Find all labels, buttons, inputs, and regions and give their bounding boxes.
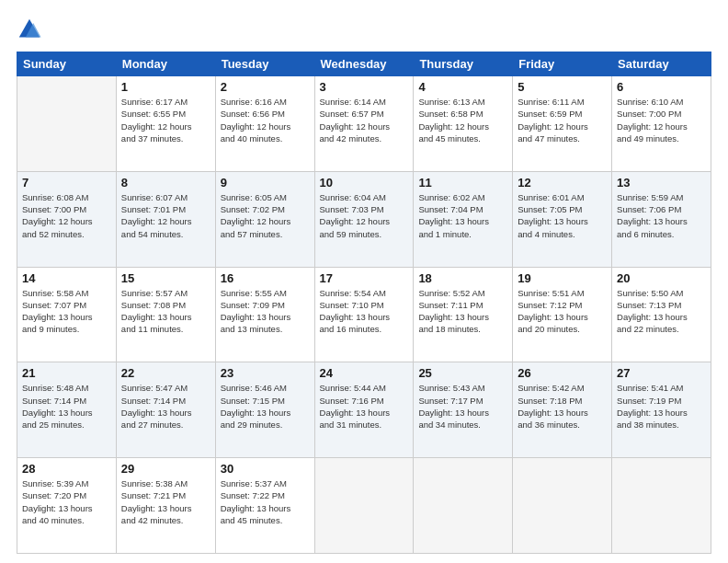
- day-number: 22: [121, 366, 210, 380]
- day-number: 10: [320, 176, 409, 190]
- weekday-header-friday: Friday: [513, 52, 612, 76]
- day-number: 17: [320, 271, 409, 285]
- calendar-day-cell: 22Sunrise: 5:47 AM Sunset: 7:14 PM Dayli…: [116, 362, 215, 458]
- day-number: 9: [221, 176, 310, 190]
- day-info: Sunrise: 6:14 AM Sunset: 6:57 PM Dayligh…: [320, 96, 409, 144]
- weekday-header-saturday: Saturday: [612, 52, 711, 76]
- logo-icon: [17, 17, 42, 42]
- calendar-day-cell: 21Sunrise: 5:48 AM Sunset: 7:14 PM Dayli…: [17, 362, 117, 458]
- day-info: Sunrise: 5:57 AM Sunset: 7:08 PM Dayligh…: [121, 287, 210, 336]
- calendar-day-cell: 29Sunrise: 5:38 AM Sunset: 7:21 PM Dayli…: [116, 458, 215, 554]
- day-info: Sunrise: 6:07 AM Sunset: 7:01 PM Dayligh…: [121, 191, 210, 240]
- day-info: Sunrise: 5:52 AM Sunset: 7:11 PM Dayligh…: [418, 287, 507, 336]
- day-number: 21: [22, 366, 111, 380]
- calendar-day-cell: 20Sunrise: 5:50 AM Sunset: 7:13 PM Dayli…: [612, 267, 711, 362]
- day-info: Sunrise: 6:01 AM Sunset: 7:05 PM Dayligh…: [518, 191, 607, 240]
- day-info: Sunrise: 5:47 AM Sunset: 7:14 PM Dayligh…: [121, 382, 210, 431]
- day-info: Sunrise: 5:41 AM Sunset: 7:19 PM Dayligh…: [617, 382, 706, 431]
- weekday-header-row: SundayMondayTuesdayWednesdayThursdayFrid…: [17, 52, 711, 76]
- day-info: Sunrise: 5:39 AM Sunset: 7:20 PM Dayligh…: [22, 477, 111, 526]
- day-number: 13: [617, 176, 706, 190]
- day-info: Sunrise: 6:04 AM Sunset: 7:03 PM Dayligh…: [320, 191, 409, 240]
- calendar-day-cell: 13Sunrise: 5:59 AM Sunset: 7:06 PM Dayli…: [612, 171, 711, 267]
- day-number: 28: [22, 462, 111, 476]
- calendar-table: SundayMondayTuesdayWednesdayThursdayFrid…: [17, 52, 711, 554]
- weekday-header-tuesday: Tuesday: [215, 52, 314, 76]
- day-info: Sunrise: 5:46 AM Sunset: 7:15 PM Dayligh…: [221, 382, 310, 431]
- day-info: Sunrise: 5:37 AM Sunset: 7:22 PM Dayligh…: [221, 477, 310, 526]
- calendar-day-cell: 3Sunrise: 6:14 AM Sunset: 6:57 PM Daylig…: [314, 76, 414, 172]
- day-number: 24: [320, 366, 409, 380]
- day-number: 8: [121, 176, 210, 190]
- calendar-day-cell: [612, 458, 711, 554]
- day-number: 19: [518, 271, 607, 285]
- day-number: 18: [418, 271, 507, 285]
- day-info: Sunrise: 5:54 AM Sunset: 7:10 PM Dayligh…: [320, 287, 409, 336]
- weekday-header-wednesday: Wednesday: [314, 52, 414, 76]
- logo: [17, 17, 46, 42]
- day-info: Sunrise: 5:55 AM Sunset: 7:09 PM Dayligh…: [221, 287, 310, 336]
- weekday-header-thursday: Thursday: [414, 52, 513, 76]
- day-info: Sunrise: 6:11 AM Sunset: 6:59 PM Dayligh…: [518, 96, 607, 144]
- day-number: 1: [121, 80, 210, 94]
- day-info: Sunrise: 5:58 AM Sunset: 7:07 PM Dayligh…: [22, 287, 111, 336]
- day-info: Sunrise: 5:43 AM Sunset: 7:17 PM Dayligh…: [418, 382, 507, 431]
- calendar-week-row: 1Sunrise: 6:17 AM Sunset: 6:55 PM Daylig…: [17, 76, 711, 172]
- calendar-week-row: 21Sunrise: 5:48 AM Sunset: 7:14 PM Dayli…: [17, 362, 711, 458]
- day-number: 20: [617, 271, 706, 285]
- day-number: 16: [221, 271, 310, 285]
- calendar-day-cell: 19Sunrise: 5:51 AM Sunset: 7:12 PM Dayli…: [513, 267, 612, 362]
- weekday-header-sunday: Sunday: [17, 52, 117, 76]
- day-number: 25: [418, 366, 507, 380]
- calendar-day-cell: 10Sunrise: 6:04 AM Sunset: 7:03 PM Dayli…: [314, 171, 414, 267]
- day-number: 14: [22, 271, 111, 285]
- day-info: Sunrise: 6:17 AM Sunset: 6:55 PM Dayligh…: [121, 96, 210, 144]
- calendar-day-cell: 7Sunrise: 6:08 AM Sunset: 7:00 PM Daylig…: [17, 171, 117, 267]
- calendar-day-cell: [414, 458, 513, 554]
- day-number: 5: [518, 80, 607, 94]
- day-number: 30: [221, 462, 310, 476]
- day-info: Sunrise: 5:38 AM Sunset: 7:21 PM Dayligh…: [121, 477, 210, 526]
- calendar-day-cell: 9Sunrise: 6:05 AM Sunset: 7:02 PM Daylig…: [215, 171, 314, 267]
- day-number: 23: [221, 366, 310, 380]
- calendar-day-cell: 17Sunrise: 5:54 AM Sunset: 7:10 PM Dayli…: [314, 267, 414, 362]
- day-info: Sunrise: 5:44 AM Sunset: 7:16 PM Dayligh…: [320, 382, 409, 431]
- calendar-day-cell: 5Sunrise: 6:11 AM Sunset: 6:59 PM Daylig…: [513, 76, 612, 172]
- calendar-day-cell: 28Sunrise: 5:39 AM Sunset: 7:20 PM Dayli…: [17, 458, 117, 554]
- calendar-day-cell: 1Sunrise: 6:17 AM Sunset: 6:55 PM Daylig…: [116, 76, 215, 172]
- day-number: 26: [518, 366, 607, 380]
- day-info: Sunrise: 6:13 AM Sunset: 6:58 PM Dayligh…: [418, 96, 507, 144]
- day-number: 27: [617, 366, 706, 380]
- day-number: 2: [221, 80, 310, 94]
- calendar-day-cell: 25Sunrise: 5:43 AM Sunset: 7:17 PM Dayli…: [414, 362, 513, 458]
- calendar-day-cell: [513, 458, 612, 554]
- calendar-day-cell: 27Sunrise: 5:41 AM Sunset: 7:19 PM Dayli…: [612, 362, 711, 458]
- calendar-week-row: 28Sunrise: 5:39 AM Sunset: 7:20 PM Dayli…: [17, 458, 711, 554]
- day-info: Sunrise: 5:50 AM Sunset: 7:13 PM Dayligh…: [617, 287, 706, 336]
- calendar-day-cell: 26Sunrise: 5:42 AM Sunset: 7:18 PM Dayli…: [513, 362, 612, 458]
- day-number: 29: [121, 462, 210, 476]
- day-info: Sunrise: 6:08 AM Sunset: 7:00 PM Dayligh…: [22, 191, 111, 240]
- calendar-day-cell: [314, 458, 414, 554]
- calendar-day-cell: 6Sunrise: 6:10 AM Sunset: 7:00 PM Daylig…: [612, 76, 711, 172]
- day-number: 7: [22, 176, 111, 190]
- day-number: 11: [418, 176, 507, 190]
- day-number: 15: [121, 271, 210, 285]
- weekday-header-monday: Monday: [116, 52, 215, 76]
- calendar-day-cell: 4Sunrise: 6:13 AM Sunset: 6:58 PM Daylig…: [414, 76, 513, 172]
- page: SundayMondayTuesdayWednesdayThursdayFrid…: [0, 0, 728, 563]
- day-number: 3: [320, 80, 409, 94]
- calendar-day-cell: 24Sunrise: 5:44 AM Sunset: 7:16 PM Dayli…: [314, 362, 414, 458]
- header: [17, 17, 711, 42]
- calendar-day-cell: [17, 76, 117, 172]
- calendar-day-cell: 11Sunrise: 6:02 AM Sunset: 7:04 PM Dayli…: [414, 171, 513, 267]
- calendar-day-cell: 23Sunrise: 5:46 AM Sunset: 7:15 PM Dayli…: [215, 362, 314, 458]
- calendar-day-cell: 12Sunrise: 6:01 AM Sunset: 7:05 PM Dayli…: [513, 171, 612, 267]
- day-info: Sunrise: 5:42 AM Sunset: 7:18 PM Dayligh…: [518, 382, 607, 431]
- calendar-day-cell: 14Sunrise: 5:58 AM Sunset: 7:07 PM Dayli…: [17, 267, 117, 362]
- calendar-day-cell: 8Sunrise: 6:07 AM Sunset: 7:01 PM Daylig…: [116, 171, 215, 267]
- calendar-week-row: 7Sunrise: 6:08 AM Sunset: 7:00 PM Daylig…: [17, 171, 711, 267]
- day-info: Sunrise: 5:48 AM Sunset: 7:14 PM Dayligh…: [22, 382, 111, 431]
- day-info: Sunrise: 6:10 AM Sunset: 7:00 PM Dayligh…: [617, 96, 706, 144]
- day-info: Sunrise: 6:16 AM Sunset: 6:56 PM Dayligh…: [221, 96, 310, 144]
